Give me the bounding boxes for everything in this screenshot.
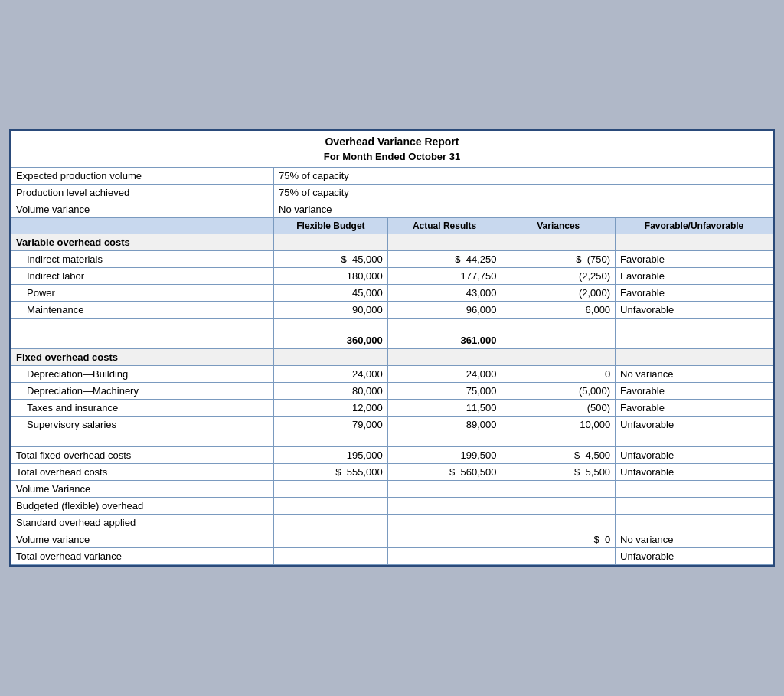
volume-variance-label: Volume Variance bbox=[11, 481, 274, 498]
power-flex: 45,000 bbox=[274, 285, 388, 302]
total-overhead-flex-val: 555,000 bbox=[347, 466, 383, 478]
report-table: Expected production volume 75% of capaci… bbox=[11, 167, 773, 565]
row-total-overhead-variance: Total overhead variance Unfavorable bbox=[11, 548, 773, 565]
total-overhead-flex-prefix: $ bbox=[335, 466, 341, 478]
variable-total-label bbox=[11, 332, 274, 349]
row-total-fixed: Total fixed overhead costs 195,000 199,5… bbox=[11, 447, 773, 464]
empty-row-1 bbox=[11, 319, 773, 332]
total-fixed-label: Total fixed overhead costs bbox=[11, 447, 274, 464]
total-overhead-act-prefix: $ bbox=[449, 466, 455, 478]
total-fixed-fav: Unfavorable bbox=[616, 447, 773, 464]
row-power: Power 45,000 43,000 (2,000) Favorable bbox=[11, 285, 773, 302]
row-volume-variance: Volume Variance bbox=[11, 481, 773, 498]
col-header-flexible: Flexible Budget bbox=[274, 218, 388, 234]
total-overhead-variance-fav: Unfavorable bbox=[616, 548, 773, 565]
vol-var-val: 0 bbox=[605, 534, 610, 545]
power-actual: 43,000 bbox=[387, 285, 501, 302]
power-var: (2,000) bbox=[501, 285, 616, 302]
achieved-value: 75% of capacity bbox=[274, 185, 773, 201]
col-header-actual: Actual Results bbox=[387, 218, 501, 234]
row-dep-building: Depreciation—Building 24,000 24,000 0 No… bbox=[11, 366, 773, 383]
variable-overhead-header: Variable overhead costs bbox=[11, 234, 773, 251]
dep-machinery-label: Depreciation—Machinery bbox=[11, 383, 274, 400]
total-fixed-actual: 199,500 bbox=[387, 447, 501, 464]
empty-row-2 bbox=[11, 433, 773, 447]
dep-building-label: Depreciation—Building bbox=[11, 366, 274, 383]
standard-overhead-label: Standard overhead applied bbox=[11, 515, 274, 531]
total-overhead-label: Total overhead costs bbox=[11, 464, 274, 481]
col-header-label bbox=[11, 218, 274, 234]
indirect-labor-fav: Favorable bbox=[616, 268, 773, 285]
indirect-materials-flex: $ 45,000 bbox=[274, 251, 388, 268]
indirect-labor-actual: 177,750 bbox=[387, 268, 501, 285]
indirect-materials-fav: Favorable bbox=[616, 251, 773, 268]
report-container: Overhead Variance Report For Month Ended… bbox=[9, 129, 775, 567]
indirect-materials-flex-prefix: $ bbox=[341, 253, 347, 265]
variable-total-fav bbox=[616, 332, 773, 349]
row-standard-overhead: Standard overhead applied bbox=[11, 515, 773, 531]
dep-machinery-fav: Favorable bbox=[616, 383, 773, 400]
maintenance-actual: 96,000 bbox=[387, 302, 501, 319]
supervisory-salaries-label: Supervisory salaries bbox=[11, 417, 274, 433]
indirect-materials-actual-val: 44,250 bbox=[466, 253, 497, 265]
indirect-materials-var-val: (750) bbox=[587, 253, 610, 265]
volume-variance-bottom-fav: No variance bbox=[616, 531, 773, 548]
row-maintenance: Maintenance 90,000 96,000 6,000 Unfavora… bbox=[11, 302, 773, 319]
row-indirect-materials: Indirect materials $ 45,000 $ 44,250 $ (… bbox=[11, 251, 773, 268]
dep-building-var: 0 bbox=[501, 366, 616, 383]
power-fav: Favorable bbox=[616, 285, 773, 302]
maintenance-label: Maintenance bbox=[11, 302, 274, 319]
dep-building-flex: 24,000 bbox=[274, 366, 388, 383]
total-overhead-var-val: 5,500 bbox=[586, 466, 611, 478]
indirect-labor-label: Indirect labor bbox=[11, 268, 274, 285]
variable-total-var bbox=[501, 332, 616, 349]
total-fixed-var-val: 4,500 bbox=[586, 449, 611, 461]
power-label: Power bbox=[11, 285, 274, 302]
taxes-insurance-actual: 11,500 bbox=[387, 400, 501, 417]
dep-building-actual: 24,000 bbox=[387, 366, 501, 383]
row-budgeted-flexible: Budgeted (flexible) overhead bbox=[11, 498, 773, 515]
total-overhead-actual: $ 560,500 bbox=[387, 464, 501, 481]
col-header-favorable: Favorable/Unfavorable bbox=[616, 218, 773, 234]
row-dep-machinery: Depreciation—Machinery 80,000 75,000 (5,… bbox=[11, 383, 773, 400]
total-overhead-fav: Unfavorable bbox=[616, 464, 773, 481]
report-subtitle: For Month Ended October 31 bbox=[11, 149, 773, 167]
total-overhead-flex: $ 555,000 bbox=[274, 464, 388, 481]
variable-total-actual: 361,000 bbox=[387, 332, 501, 349]
indirect-materials-var: $ (750) bbox=[501, 251, 616, 268]
variable-total-row: 360,000 361,000 bbox=[11, 332, 773, 349]
dep-machinery-var: (5,000) bbox=[501, 383, 616, 400]
total-overhead-var: $ 5,500 bbox=[501, 464, 616, 481]
dep-machinery-actual: 75,000 bbox=[387, 383, 501, 400]
row-supervisory-salaries: Supervisory salaries 79,000 89,000 10,00… bbox=[11, 417, 773, 433]
total-overhead-actual-val: 560,500 bbox=[460, 466, 496, 478]
variable-total-flex: 360,000 bbox=[274, 332, 388, 349]
volume-variance-bottom-var: $ 0 bbox=[501, 531, 616, 548]
fixed-overhead-label: Fixed overhead costs bbox=[11, 349, 274, 366]
total-fixed-var-prefix: $ bbox=[574, 449, 580, 461]
col-header-variances: Variances bbox=[501, 218, 616, 234]
supervisory-salaries-actual: 89,000 bbox=[387, 417, 501, 433]
dep-building-fav: No variance bbox=[616, 366, 773, 383]
column-headers-row: Flexible Budget Actual Results Variances… bbox=[11, 218, 773, 234]
indirect-materials-label: Indirect materials bbox=[11, 251, 274, 268]
indirect-materials-actual: $ 44,250 bbox=[387, 251, 501, 268]
variable-overhead-actual bbox=[387, 234, 501, 251]
expected-value: 75% of capacity bbox=[274, 168, 773, 185]
row-total-overhead: Total overhead costs $ 555,000 $ 560,500… bbox=[11, 464, 773, 481]
info-row-expected: Expected production volume 75% of capaci… bbox=[11, 168, 773, 185]
row-indirect-labor: Indirect labor 180,000 177,750 (2,250) F… bbox=[11, 268, 773, 285]
expected-label: Expected production volume bbox=[11, 168, 274, 185]
volume-variance-bottom-label: Volume variance bbox=[11, 531, 274, 548]
budgeted-flexible-label: Budgeted (flexible) overhead bbox=[11, 498, 274, 515]
maintenance-flex: 90,000 bbox=[274, 302, 388, 319]
achieved-label: Production level achieved bbox=[11, 185, 274, 201]
indirect-materials-flex-val: 45,000 bbox=[352, 253, 383, 265]
total-overhead-variance-label: Total overhead variance bbox=[11, 548, 274, 565]
dep-machinery-flex: 80,000 bbox=[274, 383, 388, 400]
total-fixed-flex: 195,000 bbox=[274, 447, 388, 464]
fixed-overhead-header: Fixed overhead costs bbox=[11, 349, 773, 366]
maintenance-var: 6,000 bbox=[501, 302, 616, 319]
taxes-insurance-fav: Favorable bbox=[616, 400, 773, 417]
supervisory-salaries-flex: 79,000 bbox=[274, 417, 388, 433]
